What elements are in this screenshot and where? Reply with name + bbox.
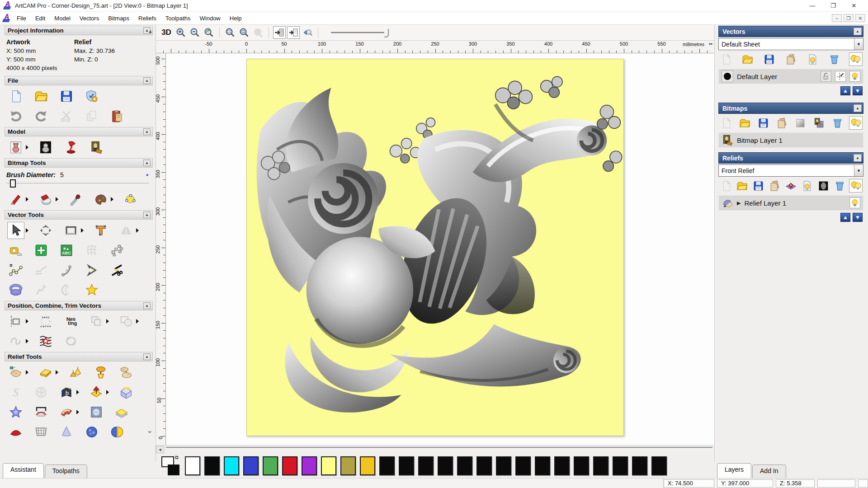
weld-vectors-icon[interactable] — [118, 313, 135, 330]
section-model[interactable]: Model ▲ — [5, 127, 153, 136]
section-vector-tools[interactable]: Vector Tools ▲ — [5, 210, 153, 220]
measure-icon[interactable] — [7, 242, 24, 259]
colour-swatch-17[interactable] — [515, 456, 531, 475]
ruler-horizontal[interactable]: millimetres ▾▾ -500501001502002503003504… — [156, 41, 714, 53]
vector-layer-row[interactable]: Default Layer — [718, 69, 863, 84]
panel-scroll-up-icon[interactable]: ▲ — [148, 28, 153, 34]
tab-toolpaths[interactable]: Toolpaths — [45, 465, 87, 478]
join-vectors-icon[interactable] — [7, 333, 24, 350]
tab-layers[interactable]: Layers — [717, 463, 751, 478]
preview-relief-icon[interactable] — [301, 26, 314, 39]
smooth-relief-icon[interactable] — [67, 364, 84, 381]
snap-icon[interactable] — [835, 71, 846, 82]
menu-help[interactable]: Help — [225, 13, 246, 23]
ruler-unit-dropdown-icon[interactable]: ▾▾ — [709, 42, 712, 46]
tab-addin[interactable]: Add In — [752, 465, 786, 478]
relief-layer-row[interactable]: ▶ Relief Layer 1 — [718, 195, 863, 211]
colour-swatch-20[interactable] — [574, 456, 589, 475]
toggle-vector-view-icon[interactable] — [287, 26, 300, 39]
open-bitmap-layer-icon[interactable] — [738, 116, 751, 130]
section-bitmap-tools[interactable]: Bitmap Tools ▲ — [5, 158, 153, 168]
new-vector-layer-icon[interactable] — [719, 52, 733, 66]
colour-swatch-8[interactable] — [340, 456, 356, 475]
colour-swatch-12[interactable] — [418, 456, 434, 475]
panel-scroll-down-icon[interactable]: ⌄ — [147, 426, 153, 435]
new-relief-layer-icon[interactable] — [719, 179, 733, 192]
free-sketch-icon[interactable] — [33, 262, 50, 279]
vector-texture-icon[interactable] — [37, 333, 54, 350]
move-layer-down-button[interactable]: ▼ — [853, 86, 863, 95]
colour-swatch-6[interactable] — [302, 456, 317, 475]
menu-reliefs[interactable]: Reliefs — [134, 13, 161, 23]
layer-colour-swatch[interactable] — [722, 70, 733, 82]
paste-along-curve-icon[interactable] — [108, 242, 126, 259]
relief-select[interactable]: Front Relief ▼ — [718, 164, 863, 177]
flyout-icon[interactable] — [26, 228, 28, 233]
open-relief-layer-icon[interactable] — [736, 179, 749, 192]
adjust-model-icon[interactable] — [37, 139, 54, 156]
vectors-header[interactable]: Vectors ▲ — [718, 26, 863, 37]
model-artboard[interactable] — [246, 59, 624, 436]
section-position-combine[interactable]: Position, Combine, Trim Vectors ▲ — [5, 301, 153, 310]
block-copy-icon[interactable] — [88, 313, 105, 330]
drape-relief-icon[interactable] — [33, 404, 50, 421]
merge-bitmap-layers-icon[interactable] — [775, 116, 788, 130]
transform-vectors-icon[interactable] — [37, 222, 54, 239]
flood-fill-icon[interactable] — [37, 191, 54, 208]
create-polyline-icon[interactable] — [7, 262, 24, 279]
layer-bulb-page-icon[interactable] — [806, 52, 819, 66]
rollup-icon[interactable]: ▲ — [143, 353, 151, 360]
colour-swatch-10[interactable] — [379, 456, 395, 475]
cut-icon[interactable] — [58, 108, 75, 125]
menu-vectors[interactable]: Vectors — [75, 13, 104, 23]
flyout-icon[interactable] — [26, 370, 28, 375]
flyout-icon[interactable] — [26, 339, 28, 343]
colour-swatch-24[interactable] — [651, 456, 667, 475]
colour-swatch-2[interactable] — [224, 456, 239, 475]
bitmap-to-vector-icon[interactable] — [122, 191, 139, 208]
add-relief-icon[interactable] — [92, 364, 109, 381]
chevron-down-icon[interactable]: ▼ — [854, 165, 863, 176]
interlock-vectors-icon[interactable] — [62, 333, 80, 350]
open-model-icon[interactable] — [33, 88, 50, 105]
colour-swatch-5[interactable] — [282, 456, 297, 475]
menu-model[interactable]: Model — [50, 13, 75, 23]
greyscale-icon[interactable] — [793, 116, 807, 130]
flyout-icon[interactable] — [56, 197, 58, 202]
menu-bitmaps[interactable]: Bitmaps — [104, 13, 134, 23]
scrollbar-thumb[interactable] — [166, 447, 712, 452]
text-on-curve-icon[interactable]: t e x tc u r v e — [37, 313, 54, 330]
chevron-tool-icon[interactable] — [83, 262, 100, 279]
zoom-out-icon[interactable] — [189, 26, 201, 39]
section-relief-tools[interactable]: Relief Tools ▲ — [5, 352, 153, 361]
ruler-vertical[interactable]: 050100150200250300350400450500 — [156, 53, 166, 445]
canvas-2d-view[interactable] — [166, 53, 714, 445]
paint-brush-icon[interactable] — [7, 191, 24, 208]
flyout-icon[interactable] — [76, 410, 79, 414]
secondary-colour-swatch[interactable] — [168, 465, 179, 475]
set-model-size-icon[interactable] — [7, 139, 24, 156]
basket-weave-icon[interactable] — [33, 423, 50, 441]
tab-assistant[interactable]: Assistant — [3, 463, 44, 478]
flyout-icon[interactable] — [26, 197, 28, 202]
save-relief-layer-icon[interactable] — [752, 179, 765, 192]
move-relief-layer-up-button[interactable]: ▲ — [840, 213, 850, 222]
palette-icon[interactable] — [92, 191, 109, 208]
fillet-icon[interactable] — [33, 282, 50, 299]
toggle-all-bitmaps-visibility-icon[interactable] — [849, 116, 863, 130]
move-relief-layer-down-button[interactable]: ▼ — [853, 213, 863, 222]
flyout-icon[interactable] — [26, 319, 28, 324]
rollup-icon[interactable]: ▲ — [143, 211, 151, 218]
child-close-button[interactable]: ✕ — [855, 14, 865, 22]
paste-relief-icon[interactable] — [113, 404, 130, 421]
menu-edit[interactable]: Edit — [31, 13, 50, 23]
visibility-bulb-icon[interactable] — [849, 71, 860, 82]
menu-toolpaths[interactable]: Toolpaths — [161, 13, 195, 23]
sculpt-icon[interactable] — [7, 364, 24, 381]
colour-swatch-9[interactable] — [360, 456, 375, 475]
section-file[interactable]: File ▲ — [5, 76, 153, 85]
delete-relief-layer-icon[interactable] — [833, 179, 846, 192]
zoom-selection-icon[interactable] — [252, 26, 264, 39]
colour-swatch-21[interactable] — [593, 456, 609, 475]
menu-window[interactable]: Window — [195, 13, 225, 23]
